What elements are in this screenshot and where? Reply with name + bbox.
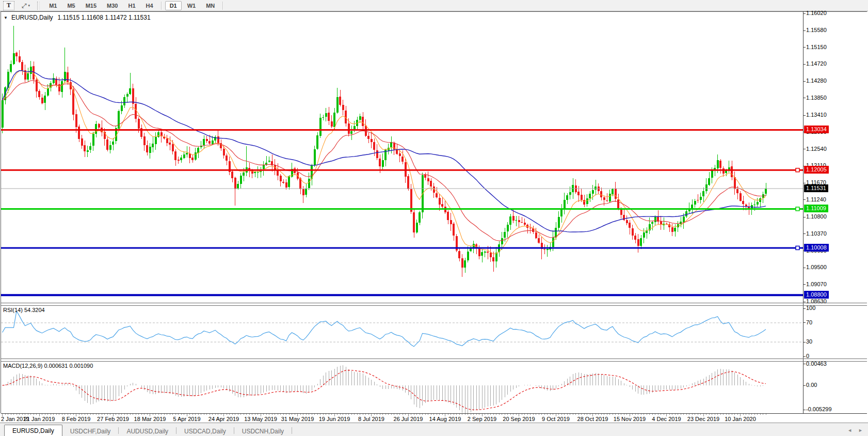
rsi-tick-label: 30: [806, 338, 812, 345]
chart-canvas[interactable]: [0, 11, 868, 436]
date-label: 15 Nov 2019: [614, 416, 646, 422]
chart-symbol: EURUSD,Daily: [11, 14, 53, 21]
tab-strip: EURUSD,DailyUSDCHF,DailyAUDUSD,DailyUSDC…: [0, 423, 292, 436]
tab-usdchf-daily[interactable]: USDCHF,Daily: [62, 426, 119, 436]
macd-signal-line: [3, 370, 766, 410]
toolbar-grip: [37, 2, 40, 10]
tab-nav: ◄ ►: [847, 428, 863, 433]
price-tick-label: 1.16020: [806, 10, 827, 16]
date-label: 18 Mar 2019: [134, 416, 166, 422]
timeframe-button-w1[interactable]: W1: [183, 1, 201, 10]
price-tick-label: 1.14280: [806, 77, 827, 84]
price-tick-label: 1.10370: [806, 230, 827, 237]
tab-scroll-left-icon[interactable]: ◄: [847, 428, 852, 433]
date-label: 27 Feb 2019: [97, 416, 129, 422]
symbol-collapse-icon[interactable]: ▼: [4, 15, 8, 20]
macd-label: MACD(12,26,9) 0.000631 0.001090: [3, 363, 93, 369]
chart-ohlc: 1.11515 1.11608 1.11472 1.11531: [58, 14, 151, 21]
toolbar: T ⤢ ▾ M1M5M15M30H1H4D1W1MN: [0, 0, 868, 11]
price-tick-label: 1.09070: [806, 281, 827, 287]
price-tick-label: 1.09500: [806, 264, 827, 270]
date-label: 28 Oct 2019: [577, 416, 608, 422]
price-tick-label: 1.13410: [806, 112, 827, 118]
date-label: 24 Apr 2019: [208, 416, 239, 422]
date-label: 10 Jan 2020: [725, 416, 756, 422]
chart-title: ▼ EURUSD,Daily 1.11515 1.11608 1.11472 1…: [4, 14, 151, 21]
timeframe-button-h1[interactable]: H1: [124, 1, 140, 10]
timeframe-button-m15[interactable]: M15: [81, 1, 101, 10]
date-label: 20 Sep 2019: [503, 416, 535, 422]
date-label: 5 Apr 2019: [173, 416, 200, 422]
cursor-icon: ⤢: [22, 2, 27, 9]
date-label: 31 May 2019: [281, 416, 314, 422]
rsi-label: RSI(14) 54.3204: [3, 307, 45, 313]
date-label: 8 Feb 2019: [62, 416, 91, 422]
price-tick-label: 1.12540: [806, 146, 827, 152]
rsi-tick-label: 0: [806, 353, 809, 359]
macd-histogram: [3, 365, 766, 413]
hline-handle[interactable]: [796, 246, 799, 250]
date-label: 23 Dec 2019: [687, 416, 719, 422]
timeframe-button-m5[interactable]: M5: [62, 1, 79, 10]
timeframe-button-mn[interactable]: MN: [201, 1, 219, 10]
price-tick-label: 1.08630: [806, 298, 827, 304]
timeframe-button-h4[interactable]: H4: [141, 1, 158, 10]
date-label: 8 Jul 2019: [358, 416, 384, 422]
ma-slow-line: [3, 71, 766, 232]
timeframe-group: M1M5M15M30H1H4D1W1MN: [44, 1, 226, 10]
toolbar-separator: [161, 2, 162, 10]
rsi-tick-label: 70: [806, 319, 812, 325]
date-label: 21 Jan 2019: [24, 416, 55, 422]
date-label: 9 Oct 2019: [542, 416, 570, 422]
price-tick-label: 1.15150: [806, 44, 827, 50]
text-tool-icon: T: [7, 2, 11, 9]
date-axis: 2 Jan 201921 Jan 20198 Feb 201927 Feb 20…: [0, 415, 868, 423]
crosshair-tool-button[interactable]: ⤢ ▾: [20, 2, 32, 10]
price-tick-label: 1.15580: [806, 27, 827, 33]
price-tick-label: 1.11240: [806, 196, 826, 203]
current-price-label: 1.11531: [804, 184, 828, 192]
timeframe-button-d1[interactable]: D1: [165, 1, 182, 10]
rsi-tick-label: 100: [806, 305, 815, 311]
hline-price-label: 1.08800: [804, 291, 829, 299]
chart-window: ▼ EURUSD,Daily 1.11515 1.11608 1.11472 1…: [0, 11, 868, 436]
date-label: 13 May 2019: [244, 416, 277, 422]
macd-tick-label: 0.00: [806, 382, 817, 388]
date-label: 2 Sep 2019: [468, 416, 496, 422]
tab-bar: EURUSD,DailyUSDCHF,DailyAUDUSD,DailyUSDC…: [0, 423, 868, 436]
chart-frame: [1, 11, 867, 416]
mt4-window: T ⤢ ▾ M1M5M15M30H1H4D1W1MN ▼ EURUSD,Dail…: [0, 0, 868, 436]
ma-fast-line: [3, 71, 766, 254]
tab-usdcad-daily[interactable]: USDCAD,Daily: [176, 426, 234, 436]
tab-separator: [292, 427, 292, 434]
macd-tick-label: 0.00463: [806, 361, 827, 367]
hline-price-label: 1.13034: [804, 126, 829, 133]
tab-eurusd-daily[interactable]: EURUSD,Daily: [4, 425, 62, 436]
timeframe-button-m30[interactable]: M30: [102, 1, 122, 10]
price-tick-label: 1.10800: [806, 213, 827, 220]
price-tick-label: 1.14720: [806, 60, 827, 67]
tab-audusd-daily[interactable]: AUDUSD,Daily: [119, 426, 176, 436]
date-label: 4 Dec 2019: [652, 416, 681, 422]
hline-handle[interactable]: [796, 207, 799, 211]
hline-handle[interactable]: [796, 168, 799, 172]
macd-tick-label: -0.005299: [806, 406, 832, 412]
price-tick-label: 1.13850: [806, 95, 827, 101]
hline-price-label: 1.10008: [804, 244, 829, 252]
date-label: 19 Jun 2019: [319, 416, 350, 422]
rsi-line: [3, 311, 766, 347]
hline-price-label: 1.11009: [804, 205, 828, 212]
date-label: 14 Aug 2019: [429, 416, 461, 422]
tab-scroll-right-icon[interactable]: ►: [858, 428, 863, 433]
timeframe-button-m1[interactable]: M1: [44, 1, 61, 10]
text-tool-button[interactable]: T: [3, 1, 14, 10]
toolbar-separator: [222, 2, 223, 10]
tab-usdcnh-daily[interactable]: USDCNH,Daily: [234, 426, 292, 436]
date-label: 26 Jul 2019: [394, 416, 423, 422]
chevron-down-icon: ▾: [28, 4, 30, 8]
hline-price-label: 1.12005: [804, 166, 829, 174]
